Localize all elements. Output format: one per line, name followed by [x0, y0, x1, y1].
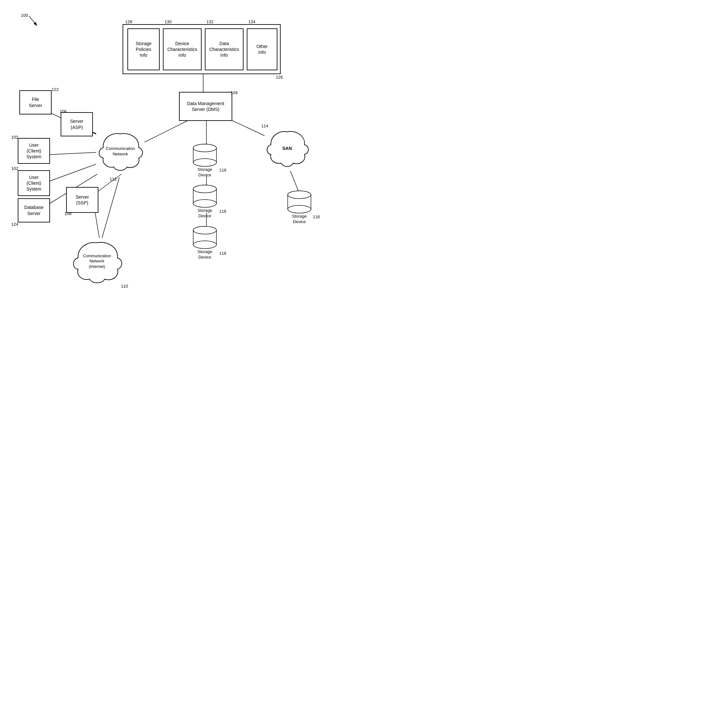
comm-network-internet-cloud: CommunicationNetwork(Internet): [70, 238, 124, 285]
storage-device-san-svg: [286, 190, 312, 214]
ref-102-1: 102: [11, 135, 18, 140]
device-characteristics-info-label: DeviceCharacteristicsInfo: [168, 41, 197, 58]
server-ssp-box: Server(SSP): [66, 187, 98, 213]
svg-line-2: [139, 119, 190, 145]
ref-130: 130: [165, 19, 172, 24]
device-characteristics-info-box: DeviceCharacteristicsInfo: [163, 28, 201, 70]
database-server-box: DatabaseServer: [18, 198, 50, 223]
other-info-box: OtherInfo: [247, 28, 277, 70]
ref-124: 124: [11, 222, 18, 227]
comm-network-cloud: CommunicationNetwork: [96, 129, 144, 174]
storage-device-1-label: StorageDevice: [197, 167, 212, 178]
svg-point-29: [193, 226, 216, 234]
ref-108: 108: [64, 211, 71, 216]
svg-point-32: [288, 205, 311, 213]
file-server-label: FileServer: [29, 96, 42, 108]
svg-point-33: [288, 191, 311, 199]
ref-126: 126: [276, 75, 283, 80]
ref-116-3: 116: [219, 251, 226, 256]
svg-point-28: [193, 241, 216, 249]
database-server-label: DatabaseServer: [24, 204, 44, 216]
ref-116-1: 116: [219, 167, 226, 172]
ref-112: 112: [110, 177, 117, 182]
user-client-1-label: User(Client)System: [26, 142, 42, 160]
storage-device-2-label: StorageDevice: [197, 208, 212, 219]
diagram: 100 StoragePoliciesInfo DeviceCharacteri…: [0, 0, 354, 364]
svg-line-16: [29, 16, 37, 26]
storage-device-2-svg: [192, 184, 218, 208]
user-client-1-box: User(Client)System: [18, 138, 50, 164]
svg-line-11: [100, 177, 120, 245]
storage-policies-info-box: StoragePoliciesInfo: [127, 28, 160, 70]
storage-device-san: StorageDevice: [286, 190, 312, 225]
storage-device-3-svg: [192, 226, 218, 250]
ref-132: 132: [206, 19, 213, 24]
arrow-100: [28, 15, 40, 28]
comm-network-internet-label: CommunicationNetwork(Internet): [83, 253, 111, 269]
dms-box: Data ManagementServer (DMS): [179, 92, 232, 121]
svg-line-10: [95, 171, 126, 194]
ref-106: 106: [60, 109, 67, 114]
server-asp-label: Server(ASP): [70, 118, 83, 130]
user-client-2-label: User(Client)System: [26, 175, 42, 192]
svg-point-21: [193, 144, 216, 152]
ref-122: 122: [52, 87, 59, 92]
server-ssp-label: Server(SSP): [76, 194, 89, 206]
ref-116-san: 116: [313, 214, 320, 219]
storage-device-1: StorageDevice: [192, 143, 218, 178]
file-server-box: FileServer: [19, 90, 52, 115]
user-client-2-box: User(Client)System: [18, 170, 50, 196]
storage-device-1-svg: [192, 143, 218, 167]
ref-104: 104: [230, 90, 238, 95]
other-info-label: OtherInfo: [257, 44, 268, 55]
storage-device-3-label: StorageDevice: [197, 249, 212, 260]
storage-device-3: StorageDevice: [192, 226, 218, 260]
svg-point-20: [193, 159, 216, 166]
dms-label: Data ManagementServer (DMS): [187, 100, 224, 112]
ref-110: 110: [121, 284, 128, 288]
svg-point-24: [193, 199, 216, 207]
storage-device-2: StorageDevice: [192, 184, 218, 219]
server-asp-box: Server(ASP): [61, 112, 93, 136]
ref-116-2: 116: [219, 209, 226, 214]
ref-134: 134: [248, 19, 255, 24]
storage-policies-info-label: StoragePoliciesInfo: [136, 41, 151, 58]
ref-114: 114: [261, 124, 268, 128]
san-label: SAN: [282, 146, 292, 151]
storage-device-san-label: StorageDevice: [292, 214, 307, 225]
ref-102-2: 102: [11, 166, 18, 171]
ref-100: 100: [21, 13, 28, 18]
san-cloud: SAN: [264, 127, 310, 169]
svg-point-25: [193, 185, 216, 193]
data-characteristics-info-box: DataCharacteristicsInfo: [205, 28, 244, 70]
data-characteristics-info-label: DataCharacteristicsInfo: [209, 41, 239, 58]
comm-network-label: CommunicationNetwork: [106, 146, 135, 157]
ref-128: 128: [125, 19, 132, 24]
svg-line-15: [95, 213, 100, 242]
